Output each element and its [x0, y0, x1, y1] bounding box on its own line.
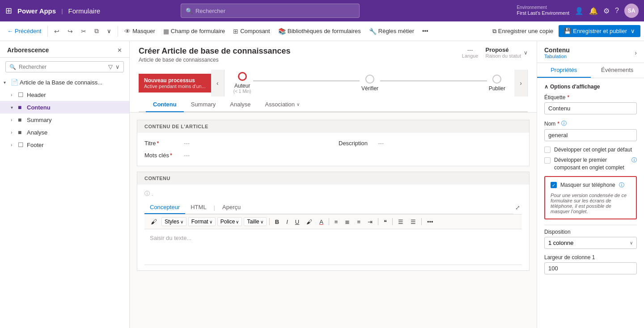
env-label: Environnement	[517, 5, 569, 10]
tab-summary[interactable]: Summary	[184, 97, 223, 112]
sidebar-filter-icon[interactable]: ▽	[108, 63, 113, 70]
apps-icon[interactable]: ⊞	[5, 6, 12, 16]
process-step-publier[interactable]: Publier	[489, 75, 505, 92]
publier-chevron-icon[interactable]: ∨	[631, 28, 635, 34]
search-bar[interactable]: 🔍	[181, 4, 360, 18]
quote-button[interactable]: ❝	[381, 218, 390, 226]
tab-association-chevron-icon[interactable]: ∨	[297, 102, 300, 107]
align-center-button[interactable]: ☰	[395, 218, 406, 226]
format-dropdown[interactable]: Format ∨	[188, 217, 216, 226]
more-toolbar-button[interactable]: •••	[424, 218, 436, 226]
editor-tab-html[interactable]: HTML	[185, 201, 212, 214]
list-ul-button[interactable]: ≡	[354, 218, 363, 226]
settings-icon[interactable]: ⚙	[603, 7, 610, 15]
sidebar-item-label: Header	[27, 92, 124, 98]
copy-button[interactable]: ⧉	[91, 25, 102, 37]
options-chevron-icon[interactable]: ∧	[544, 84, 548, 90]
sidebar-item-footer[interactable]: › ☐ Footer	[0, 139, 129, 151]
field-icon: ▦	[163, 28, 169, 35]
font-color-button[interactable]: A	[317, 218, 326, 226]
sidebar-item-analyse[interactable]: › ■ Analyse	[0, 126, 129, 139]
redo-icon: ↪	[68, 28, 73, 35]
sidebar-filter-chevron-icon[interactable]: ∨	[115, 63, 120, 70]
masquer-telephone-checkbox[interactable]: ✓	[551, 182, 557, 188]
notification-icon[interactable]: 🔔	[589, 7, 598, 15]
sidebar-search-input[interactable]	[19, 64, 106, 70]
nom-input[interactable]	[544, 129, 637, 141]
step-circle-auteur	[238, 72, 247, 81]
section-filled-icon: ■	[18, 129, 25, 136]
sidebar-item-contenu[interactable]: ▾ ■ Contenu	[0, 101, 129, 114]
expand-first-checkbox[interactable]	[544, 157, 551, 164]
dropdown-button[interactable]: ∨	[103, 26, 115, 36]
disposition-select[interactable]: 1 colonne ∨	[544, 237, 637, 249]
tab-association[interactable]: Association ∨	[258, 97, 307, 112]
styles-icon[interactable]: 🖌	[148, 217, 160, 226]
status-field[interactable]: Proposé Raison du statut ∨	[486, 46, 528, 59]
indent-button[interactable]: ⇥	[365, 218, 375, 226]
largeur-field: Largeur de colonne 1	[544, 254, 637, 274]
masquer-telephone-info-icon: ⓘ	[619, 181, 624, 189]
tab-contenu[interactable]: Contenu	[146, 97, 184, 112]
italic-button[interactable]: I	[284, 218, 291, 226]
expand-default-checkbox[interactable]	[544, 147, 551, 153]
enregistrer-copie-button[interactable]: ⧉ Enregistrer une copie	[489, 26, 557, 37]
status-chevron-icon[interactable]: ∨	[524, 50, 528, 56]
align-right-button[interactable]: ☰	[408, 218, 419, 226]
sidebar-item-header[interactable]: › ☐ Header	[0, 88, 129, 101]
sidebar-search[interactable]: 🔍 ▽ ∨	[5, 61, 124, 72]
paint-button[interactable]: 🖌	[304, 218, 315, 226]
env-name: First Last's Environment	[517, 10, 569, 16]
largeur-input[interactable]	[544, 262, 637, 274]
chevron-down-icon: ▾	[4, 80, 9, 85]
styles-dropdown[interactable]: Styles ∨	[161, 217, 186, 226]
bibliotheques-button[interactable]: 📚 Bibliothèques de formulaires	[275, 26, 364, 37]
more-button[interactable]: •••	[419, 26, 432, 36]
composant-button[interactable]: ⊞ Composant	[229, 26, 273, 37]
sidebar-item-article[interactable]: ▾ 📄 Article de la Base de connaiss...	[0, 76, 129, 88]
back-button[interactable]: ← Précédent	[4, 26, 45, 36]
process-step-verifier[interactable]: Vérifier	[361, 75, 378, 92]
process-prev-button[interactable]: ‹	[211, 70, 225, 97]
editor-tab-concepteur[interactable]: Concepteur	[144, 201, 185, 214]
etiquette-input[interactable]	[544, 102, 637, 114]
tab-analyse[interactable]: Analyse	[223, 97, 258, 112]
avatar[interactable]: SA	[624, 4, 639, 18]
enregistrer-publier-button[interactable]: 💾 Enregistrer et publier ∨	[559, 25, 640, 37]
list-ol-button[interactable]: ≣	[342, 218, 352, 226]
undo-button[interactable]: ↩	[51, 26, 63, 37]
help-icon[interactable]: ?	[615, 7, 619, 15]
police-dropdown[interactable]: Police ∨	[217, 217, 242, 226]
search-input[interactable]	[195, 8, 355, 14]
app-title: Formulaire	[68, 7, 101, 15]
champ-formulaire-button[interactable]: ▦ Champ de formulaire	[160, 26, 229, 37]
right-panel-expand-icon[interactable]: ›	[635, 49, 637, 56]
editor-placeholder: Saisir du texte...	[150, 235, 191, 241]
taille-dropdown[interactable]: Taille ∨	[244, 217, 266, 226]
redo-button[interactable]: ↪	[64, 26, 76, 37]
tab-evenements[interactable]: Événements	[591, 63, 644, 78]
bold-button[interactable]: B	[272, 218, 282, 226]
undo-icon: ↩	[54, 28, 59, 35]
editor-tab-apercu[interactable]: Aperçu	[217, 201, 246, 214]
sidebar-item-summary[interactable]: › ■ Summary	[0, 114, 129, 126]
tab-proprietes[interactable]: Propriétés	[537, 63, 591, 78]
right-panel-title: Contenu	[544, 46, 570, 54]
process-button[interactable]: Nouveau processus Active pendant moins d…	[139, 74, 211, 93]
underline-button[interactable]: U	[292, 218, 302, 226]
masquer-button[interactable]: 👁 Masquer	[121, 26, 159, 37]
brand-name: Power Apps	[17, 7, 56, 15]
expand-first-row: Développer le premier composant en ongle…	[544, 156, 637, 172]
process-next-button[interactable]: ›	[514, 70, 528, 97]
more-icon: •••	[422, 28, 428, 34]
regles-button[interactable]: 🔧 Règles métier	[365, 26, 418, 37]
cut-button[interactable]: ✂	[77, 26, 90, 37]
process-step-auteur[interactable]: Auteur (< 1 Min)	[233, 72, 251, 94]
editor-expand-button[interactable]: ⤢	[513, 202, 522, 213]
process-line-1	[253, 80, 360, 81]
largeur-label: Largeur de colonne 1	[544, 254, 637, 261]
align-left-button[interactable]: ≡	[332, 218, 341, 226]
editor-content[interactable]: Saisir du texte...	[144, 229, 522, 265]
person-icon[interactable]: 👤	[575, 7, 584, 15]
sidebar-close-icon[interactable]: ✕	[117, 47, 122, 54]
